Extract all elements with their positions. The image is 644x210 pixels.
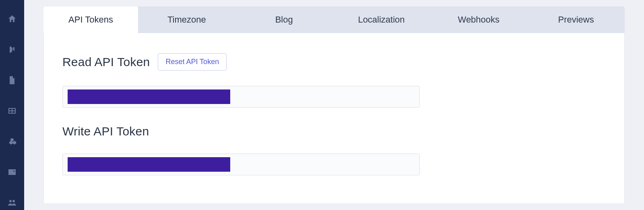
tab-api-tokens[interactable]: API Tokens xyxy=(43,6,138,33)
sidebar xyxy=(0,0,24,210)
reset-api-token-button[interactable]: Reset API Token xyxy=(158,53,227,71)
sidebar-item-users[interactable] xyxy=(6,198,18,209)
sidebar-item-home[interactable] xyxy=(6,14,18,25)
read-token-redacted xyxy=(68,89,230,104)
write-token-title: Write API Token xyxy=(62,125,149,138)
image-icon xyxy=(7,167,17,179)
cubes-icon xyxy=(7,137,17,148)
tab-content: Read API Token Reset API Token Write API… xyxy=(43,33,625,204)
read-token-title: Read API Token xyxy=(62,55,150,69)
sidebar-item-media[interactable] xyxy=(6,167,18,179)
tab-localization[interactable]: Localization xyxy=(333,6,430,33)
users-icon xyxy=(7,198,17,209)
blog-icon xyxy=(7,45,17,56)
sidebar-item-blog[interactable] xyxy=(6,45,18,56)
tab-blog[interactable]: Blog xyxy=(235,6,333,33)
grid-icon xyxy=(7,106,17,117)
settings-tabs: API Tokens Timezone Blog Localization We… xyxy=(43,6,625,33)
sidebar-item-pages[interactable] xyxy=(6,75,18,87)
home-icon xyxy=(7,14,17,25)
write-token-redacted xyxy=(68,157,230,172)
main-content: API Tokens Timezone Blog Localization We… xyxy=(24,0,644,210)
write-token-field[interactable] xyxy=(62,154,420,175)
tab-webhooks[interactable]: Webhooks xyxy=(430,6,527,33)
write-token-header: Write API Token xyxy=(62,125,606,138)
read-token-header: Read API Token Reset API Token xyxy=(62,53,606,71)
read-token-field[interactable] xyxy=(62,86,420,108)
tab-previews[interactable]: Previews xyxy=(527,6,625,33)
sidebar-item-modules[interactable] xyxy=(6,137,18,148)
page-icon xyxy=(7,75,17,87)
sidebar-item-grid[interactable] xyxy=(6,106,18,117)
tab-timezone[interactable]: Timezone xyxy=(138,6,235,33)
